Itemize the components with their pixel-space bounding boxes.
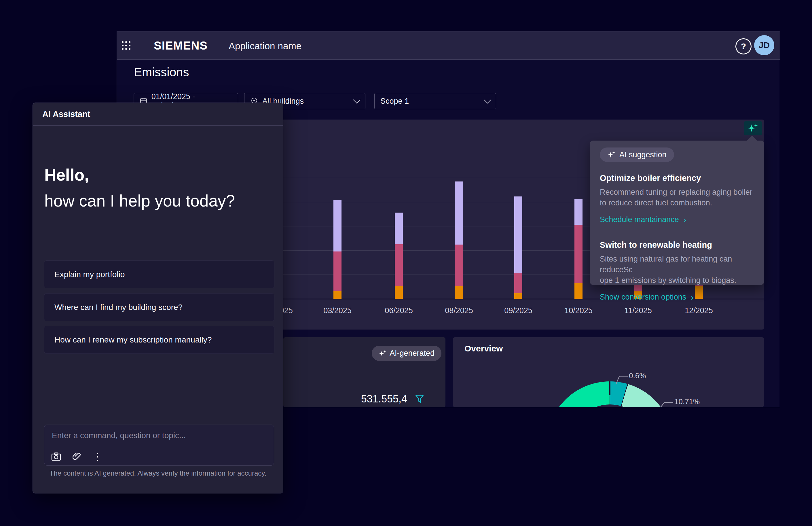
show-conversion-options-link[interactable]: Show conversion options › xyxy=(600,293,754,302)
bar-segment-middle xyxy=(333,252,342,291)
bar-segment-bottom xyxy=(455,286,463,299)
ai-suggestion-popup: AI suggestion Optimize boiler efficiency… xyxy=(590,141,764,285)
suggestion-chip-subscription[interactable]: How can I renew my subscription manually… xyxy=(44,326,274,354)
stacked-bar[interactable] xyxy=(395,213,403,299)
app-launcher-grid-icon[interactable] xyxy=(121,41,131,50)
chevron-down-icon xyxy=(353,96,360,103)
bar-segment-top xyxy=(575,199,582,225)
sparkle-icon xyxy=(379,350,387,357)
donut-callout-label: 10.71% xyxy=(675,397,700,406)
ai-assistant-title: AI Assistant xyxy=(42,110,90,119)
app-header: SIEMENS Application name ? JD xyxy=(117,31,780,60)
help-icon[interactable]: ? xyxy=(736,38,752,55)
bar-segment-top xyxy=(395,213,403,244)
donut-callout-label: 0.6% xyxy=(629,371,646,380)
suggestion-chip-building-score[interactable]: Where can I find my building score? xyxy=(44,293,274,321)
bar-segment-bottom xyxy=(395,286,403,299)
bar-segment-bottom xyxy=(333,291,342,299)
greeting-line2: how can I help you today? xyxy=(44,188,235,214)
ai-assistant-header: AI Assistant xyxy=(33,103,283,126)
more-options-kebab-icon[interactable]: ⋮ xyxy=(93,452,102,461)
sparkle-icon xyxy=(747,123,759,133)
bar-segment-middle xyxy=(514,273,522,293)
x-axis-label: 06/2025 xyxy=(370,306,427,315)
stacked-bar[interactable] xyxy=(514,197,522,299)
assistant-command-input[interactable] xyxy=(51,429,254,442)
x-axis-label: 09/2025 xyxy=(490,306,547,315)
bar-segment-middle xyxy=(455,244,463,286)
schedule-maintenance-link[interactable]: Schedule mantainance › xyxy=(600,215,754,224)
greeting-line1: Hello, xyxy=(44,162,235,188)
x-axis-label: 11/2025 xyxy=(609,306,667,315)
ai-suggestion-toggle-button[interactable] xyxy=(744,121,762,136)
stacked-bar[interactable] xyxy=(575,199,582,299)
ai-suggestion-badge-label: AI suggestion xyxy=(619,151,667,159)
stacked-bar[interactable] xyxy=(455,182,463,299)
chevron-down-icon xyxy=(484,96,491,103)
bar-segment-bottom xyxy=(575,283,582,299)
metric-card: AI-generated 531.555,4 xyxy=(283,337,446,407)
bar-segment-middle xyxy=(575,225,582,283)
ai-generated-badge: AI-generated xyxy=(372,346,441,361)
assistant-greeting: Hello, how can I help you today? xyxy=(44,162,235,214)
x-axis-label: 03/2025 xyxy=(309,306,366,315)
ai-disclaimer: The content is AI generated. Always veri… xyxy=(33,469,283,477)
scope-value: Scope 1 xyxy=(380,97,409,106)
x-axis-label: 08/2025 xyxy=(430,306,488,315)
bar-segment-middle xyxy=(395,244,403,286)
suggestion-body: Sites using natural gas for heating can … xyxy=(600,254,754,286)
bar-segment-bottom xyxy=(514,293,522,299)
page-title: Emissions xyxy=(134,66,189,79)
overview-card: Overview 0.6% 10.71% xyxy=(453,337,764,407)
x-axis-label: 10/2025 xyxy=(550,306,607,315)
popup-caret xyxy=(746,136,757,141)
suggestion-chip-portfolio[interactable]: Explain my portfolio xyxy=(44,260,274,288)
siemens-logo: SIEMENS xyxy=(154,39,208,52)
sparkle-icon xyxy=(607,151,616,158)
suggestion-body: Recommend tuning or replacing aging boil… xyxy=(600,187,754,208)
application-name: Application name xyxy=(229,41,302,52)
filter-funnel-icon[interactable] xyxy=(415,394,424,404)
assistant-input-box: ⋮ xyxy=(44,425,274,466)
user-avatar[interactable]: JD xyxy=(754,35,774,55)
stacked-bar[interactable] xyxy=(333,200,342,299)
suggestion-title: Optimize boiler efficiency xyxy=(600,173,754,183)
bar-segment-top xyxy=(514,197,522,273)
donut-callout-lines xyxy=(453,337,764,407)
ai-suggestion-badge: AI suggestion xyxy=(600,147,674,162)
chevron-right-icon: › xyxy=(684,217,686,223)
metric-value: 531.555,4 xyxy=(361,393,407,405)
scope-filter[interactable]: Scope 1 xyxy=(374,93,496,109)
paperclip-icon[interactable] xyxy=(73,452,81,461)
bar-segment-top xyxy=(333,200,342,252)
suggestion-title: Switch to renewable heating xyxy=(600,240,754,250)
bar-segment-top xyxy=(455,182,463,244)
ai-generated-badge-label: AI-generated xyxy=(390,349,435,358)
chevron-right-icon: › xyxy=(691,294,694,300)
x-axis-label: 12/2025 xyxy=(670,306,728,315)
ai-assistant-panel: AI Assistant Hello, how can I help you t… xyxy=(32,102,283,494)
camera-icon[interactable] xyxy=(51,452,61,461)
